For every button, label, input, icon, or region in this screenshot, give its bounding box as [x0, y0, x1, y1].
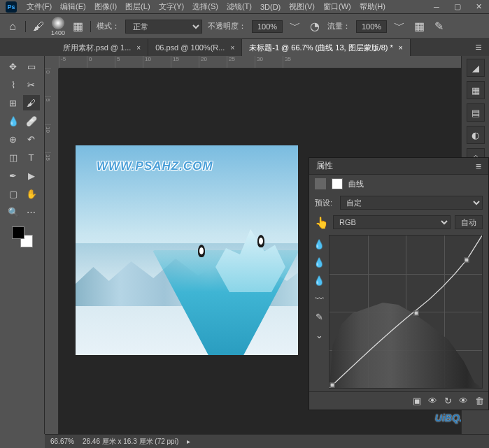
hand-tool[interactable]: ✋ — [23, 186, 40, 201]
zoom-level[interactable]: 66.67% — [50, 438, 74, 445]
smooth-icon[interactable]: ⌄ — [313, 328, 325, 341]
panel-menu-icon[interactable]: ≡ — [476, 161, 481, 172]
curves-body: 💧 💧 💧 〰 ✎ ⌄ — [309, 232, 488, 391]
channel-row: 👆 RGB 自动 — [309, 212, 488, 232]
menu-file[interactable]: 文件(F) — [22, 1, 56, 12]
curve-pencil-tool-icon[interactable]: ✎ — [313, 310, 325, 323]
curve-point[interactable] — [414, 311, 419, 316]
crop-tool[interactable]: ⊞ — [5, 95, 22, 110]
minimize-button[interactable]: ─ — [426, 0, 447, 14]
reset-icon[interactable]: ↻ — [444, 396, 452, 406]
airbrush-icon[interactable]: ▦ — [412, 20, 426, 34]
ruler-origin[interactable] — [45, 56, 59, 68]
ruler-vertical[interactable]: 05 1015 — [45, 68, 59, 434]
channel-select[interactable]: RGB — [333, 215, 451, 229]
panel-tab-channels[interactable]: ◐ — [467, 126, 485, 144]
path-select-tool[interactable]: ▶ — [23, 168, 40, 183]
close-icon[interactable]: × — [230, 44, 234, 52]
visibility-icon[interactable]: 👁 — [459, 396, 468, 406]
menu-3d[interactable]: 3D(D) — [256, 3, 285, 11]
window-controls: ─ ▢ ✕ — [426, 0, 489, 14]
document-canvas[interactable]: WWW.PSAHZ.COM — [76, 145, 298, 355]
menu-layer[interactable]: 图层(L) — [121, 1, 154, 12]
watermark-text: WWW.PSAHZ.COM — [97, 159, 213, 173]
quick-select-tool[interactable]: ✂ — [23, 77, 40, 92]
ps-logo: Ps — [6, 1, 17, 13]
move-tool[interactable]: ✥ — [5, 59, 22, 74]
pressure-size-icon[interactable]: ✎ — [432, 20, 446, 34]
tabs-overflow[interactable]: ≡ — [468, 39, 489, 56]
menu-select[interactable]: 选择(S) — [188, 1, 222, 12]
menu-window[interactable]: 窗口(W) — [319, 1, 355, 12]
view-previous-icon[interactable]: 👁 — [428, 396, 437, 406]
ruler-horizontal[interactable]: -50 510 1520 2530 35 — [59, 56, 489, 68]
adjustment-info: 曲线 — [309, 175, 488, 193]
close-icon[interactable]: × — [136, 44, 141, 52]
curve-point[interactable] — [465, 257, 469, 262]
menu-type[interactable]: 文字(Y) — [155, 1, 189, 12]
curve-line — [329, 236, 482, 388]
edit-toolbar[interactable]: ⋯ — [23, 204, 40, 219]
status-chevron-icon[interactable]: ▸ — [187, 438, 190, 445]
brush-tool[interactable]: 🖌 — [23, 95, 40, 110]
eyedropper-gray-icon[interactable]: 💧 — [313, 256, 325, 268]
type-tool[interactable]: T — [23, 150, 40, 165]
toolbox: ✥ ▭ ⌇ ✂ ⊞ 🖌 💧 🩹 ⊕ ↶ ◫ T ✒ ▶ ▢ ✋ 🔍 ⋯ — [0, 56, 45, 434]
healing-tool[interactable]: 🩹 — [23, 113, 40, 129]
close-icon[interactable]: × — [399, 44, 403, 52]
flow-input[interactable] — [356, 20, 387, 33]
menu-image[interactable]: 图像(I) — [90, 1, 121, 12]
clip-to-layer-icon[interactable]: ▣ — [413, 396, 421, 406]
preset-row: 预设: 自定 — [309, 193, 488, 212]
home-icon[interactable]: ⌂ — [6, 20, 20, 34]
eyedropper-tool[interactable]: 💧 — [5, 113, 22, 129]
panel-tab-color[interactable]: ◢ — [467, 59, 485, 77]
curve-point-tool-icon[interactable]: 〰 — [313, 292, 325, 305]
history-brush-tool[interactable]: ↶ — [23, 131, 40, 147]
menu-view[interactable]: 视图(V) — [285, 1, 319, 12]
clone-tool[interactable]: ⊕ — [5, 131, 22, 147]
maximize-button[interactable]: ▢ — [447, 0, 468, 14]
brush-size-value: 1400 — [51, 29, 65, 36]
preset-label: 预设: — [315, 198, 336, 208]
panel-footer: ▣ 👁 ↻ 👁 🗑 — [309, 391, 488, 410]
eyedropper-black-icon[interactable]: 💧 — [313, 238, 325, 250]
foreground-color[interactable] — [12, 226, 24, 239]
mode-select[interactable]: 正常 — [125, 20, 202, 34]
zoom-tool[interactable]: 🔍 — [5, 204, 22, 219]
flow-chevron-icon[interactable]: ﹀ — [392, 20, 406, 34]
menu-edit[interactable]: 编辑(E) — [56, 1, 90, 12]
panel-tab-swatches[interactable]: ▦ — [467, 81, 485, 99]
eyedropper-white-icon[interactable]: 💧 — [313, 274, 325, 287]
menu-bar: Ps 文件(F) 编辑(E) 图像(I) 图层(L) 文字(Y) 选择(S) 滤… — [0, 0, 489, 14]
tab-document-2[interactable]: 06.psd @ 100%(R... × — [148, 39, 242, 56]
curve-point[interactable] — [330, 382, 335, 387]
pressure-opacity-icon[interactable]: ◔ — [308, 20, 322, 34]
shape-tool[interactable]: ▢ — [5, 186, 22, 201]
tab-document-3[interactable]: 未标题-1 @ 66.7% (曲线 13, 图层蒙版/8) * × — [242, 39, 410, 56]
lasso-tool[interactable]: ⌇ — [5, 77, 22, 92]
preset-select[interactable]: 自定 — [340, 196, 483, 210]
mask-icon[interactable] — [332, 178, 343, 189]
status-bar: 66.67% 26.46 厘米 x 16.3 厘米 (72 ppi) ▸ — [45, 434, 489, 448]
delete-icon[interactable]: 🗑 — [475, 396, 484, 406]
menu-filter[interactable]: 滤镜(T) — [222, 1, 256, 12]
panel-tab-layers[interactable]: ▤ — [467, 103, 485, 122]
document-dimensions[interactable]: 26.46 厘米 x 16.3 厘米 (72 ppi) — [83, 437, 178, 447]
opacity-chevron-icon[interactable]: ﹀ — [288, 20, 302, 34]
tab-document-1[interactable]: 所用素材.psd @ 1... × — [56, 39, 148, 56]
curves-graph[interactable] — [329, 235, 483, 389]
opacity-input[interactable] — [252, 20, 283, 33]
color-swatches[interactable] — [12, 226, 33, 247]
brush-settings-icon[interactable]: ▦ — [71, 20, 85, 34]
auto-button[interactable]: 自动 — [455, 215, 483, 229]
brush-tool-icon[interactable]: 🖌 — [31, 20, 45, 34]
menu-help[interactable]: 帮助(H) — [355, 1, 390, 12]
pen-tool[interactable]: ✒ — [5, 168, 22, 183]
target-adjust-icon[interactable]: 👆 — [315, 216, 329, 229]
marquee-tool[interactable]: ▭ — [23, 59, 40, 74]
panel-header[interactable]: 属性 ≡ — [309, 158, 488, 175]
brush-size-preview[interactable]: 1400 — [51, 17, 65, 36]
close-button[interactable]: ✕ — [468, 0, 489, 14]
eraser-tool[interactable]: ◫ — [5, 150, 22, 165]
